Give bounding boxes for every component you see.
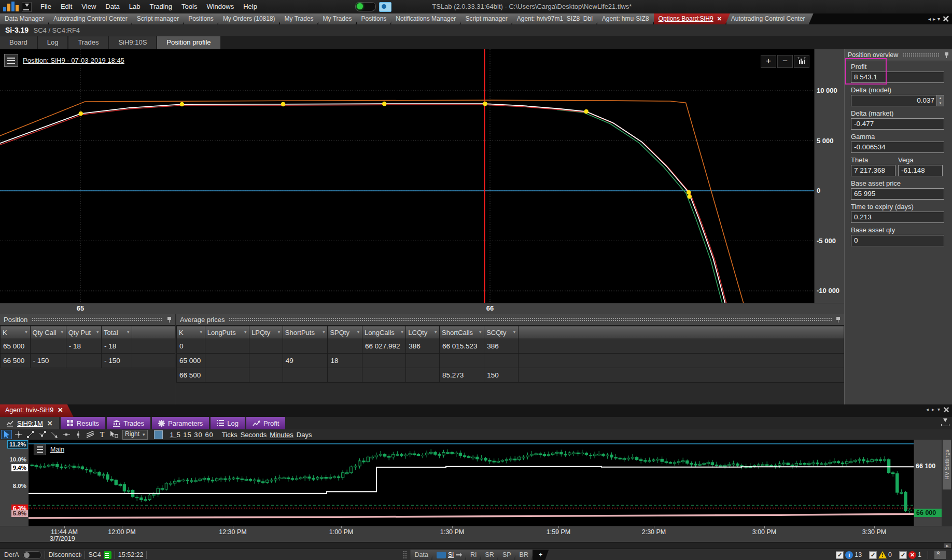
close-icon[interactable]: ✕ [58,407,63,414]
column-header[interactable]: LongPuts▼ [205,326,249,339]
warning-checkbox[interactable]: ✓ [869,551,877,559]
unit-minutes[interactable]: Minutes [270,431,293,439]
crosshair-tool[interactable] [13,430,24,439]
filter-icon[interactable]: ▼ [321,330,326,334]
column-header[interactable]: Qty Put▼ [66,326,101,339]
camera-icon[interactable] [379,2,391,12]
unit-seconds[interactable]: Seconds [241,431,267,439]
timeframe-1[interactable]: 1 [170,431,177,439]
ribbon-tab[interactable]: My Trades [280,13,322,24]
column-header[interactable]: SCQty▼ [484,326,519,339]
field-value[interactable]: -0.477 [851,118,944,130]
filter-icon[interactable]: ▼ [478,330,482,334]
export-icon[interactable] [941,418,949,427]
scroll-right-arrow[interactable]: ▶ [944,543,951,548]
agent-subtab-sih9-1m[interactable]: SiH9:1M✕ [0,417,59,429]
vertical-line-tool[interactable] [73,430,83,439]
tab-scroll-left-icon[interactable]: ◂ [928,16,931,22]
column-header[interactable]: ShortPuts▼ [283,326,328,339]
board-tab[interactable]: SiH9:10S [109,36,156,49]
timeframe-30[interactable]: 30 [194,431,205,439]
field-value[interactable]: -0.006534 [851,142,944,153]
instrument-tab-SP[interactable]: SP [498,550,517,560]
field-value[interactable]: 8 543.1 [851,72,944,83]
column-header[interactable]: LPQty▼ [249,326,283,339]
ribbon-tab[interactable]: Autotrading Control Center [49,13,136,24]
table-row[interactable]: 65 000 - 18- 18 [1,339,175,354]
instrument-tab-BR[interactable]: BR [515,550,535,560]
field-value[interactable]: 0.213 [851,212,944,223]
menu-item-windows[interactable]: Windows [202,0,239,13]
menu-item-tools[interactable]: Tools [177,0,202,13]
menu-item-edit[interactable]: Edit [56,0,77,13]
column-header[interactable]: Qty Call▼ [30,326,66,339]
column-header[interactable]: K▼ [177,326,205,339]
ribbon-tab[interactable]: Options Board:SiH9✕ [654,13,730,24]
filter-icon[interactable]: ▼ [60,330,64,334]
filter-icon[interactable]: ▼ [126,330,130,334]
tab-scroll-left-icon[interactable]: ◂ [926,407,929,413]
delete-drawing-tool[interactable] [108,430,119,439]
panel-drag-grip[interactable] [902,53,940,58]
field-value[interactable]: 7 217.368 [851,165,895,176]
pin-icon[interactable] [836,316,841,323]
segment-tool[interactable] [25,430,36,439]
info-checkbox[interactable]: ✓ [836,551,844,559]
menu-item-view[interactable]: View [77,0,101,13]
spin-down-icon[interactable]: ▼ [937,101,944,106]
filter-icon[interactable]: ▼ [433,330,438,334]
collapse-up-icon[interactable]: » [934,551,946,559]
table-row[interactable]: 66 500 85.273150 [177,368,844,383]
main-series-menu-icon[interactable] [34,444,46,455]
table-row[interactable]: 0 66 027.99238666 015.523386 [177,339,844,354]
filter-icon[interactable]: ▼ [95,330,100,334]
customize-icon[interactable] [943,407,950,413]
agent-subtab-profit[interactable]: Profit [246,417,285,429]
column-header[interactable]: Total▼ [102,326,132,339]
tab-list-dropdown-icon[interactable]: ▾ [937,16,940,22]
tab-list-dropdown-icon[interactable]: ▾ [937,407,940,413]
field-value[interactable]: 0.037▲▼ [851,95,944,106]
field-value[interactable]: -61.148 [898,165,943,176]
fit-chart-button[interactable] [794,55,809,68]
filter-icon[interactable]: ▼ [199,330,203,334]
channel-tool[interactable] [85,430,95,439]
instrument-tab-add[interactable]: + [533,550,549,560]
instrument-tab-SR[interactable]: SR [481,550,500,560]
filter-icon[interactable]: ▼ [512,330,516,334]
ribbon-tab[interactable]: Data Manager [0,13,52,24]
customize-icon[interactable] [942,15,950,23]
instrument-tab-Data[interactable]: Data [410,550,434,560]
timeframe-60[interactable]: 60 [205,431,213,439]
chart-menu-icon[interactable] [4,54,18,67]
ribbon-tab[interactable]: Script manager [132,13,187,24]
ribbon-tab[interactable]: My Orders (10818) [218,13,284,24]
color-swatch[interactable] [154,430,163,439]
board-tab[interactable]: Position profile [157,36,220,49]
ribbon-tab[interactable]: Script manager [460,13,515,24]
agent-tab[interactable]: Agent: hviv-SiH9✕ [0,404,74,417]
agent-subtab-log[interactable]: Log [211,417,245,429]
drag-grip[interactable] [403,551,407,559]
table-row[interactable]: 65 000 4918 [177,354,844,368]
column-header[interactable]: ShortCalls▼ [440,326,484,339]
ribbon-tab[interactable]: Agent: hmu-SIZ8 [597,13,657,24]
zoom-out-button[interactable]: − [777,55,793,68]
filter-icon[interactable]: ▼ [356,330,360,334]
panel-drag-grip[interactable] [229,317,832,322]
main-series-label[interactable]: Main [50,446,64,453]
hv-settings-tab[interactable]: HV Settings [943,440,951,489]
field-value[interactable]: 0 [851,235,944,246]
instrument-tab-Si[interactable]: Si [432,550,468,560]
menu-item-trading[interactable]: Trading [145,0,177,13]
menu-item-help[interactable]: Help [239,0,262,13]
record-toggle[interactable] [355,2,376,11]
column-header[interactable]: K▼ [1,326,31,339]
board-tab[interactable]: Trades [68,36,108,49]
timeframe-5[interactable]: 5 [176,431,183,439]
unit-ticks[interactable]: Ticks [222,431,237,439]
spin-up-icon[interactable]: ▲ [937,95,944,101]
text-tool[interactable]: T [96,430,107,439]
connection-toggle[interactable] [23,551,41,559]
agent-subtab-trades[interactable]: Trades [107,417,150,429]
